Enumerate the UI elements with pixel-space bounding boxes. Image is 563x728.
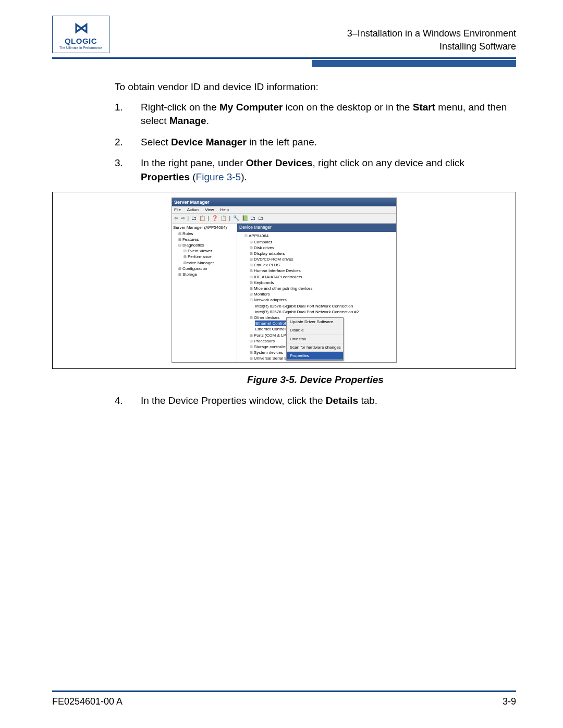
- page-header: ⋈ QLOGIC The Ultimate in Performance 3–I…: [52, 16, 516, 59]
- menu-bar: File Action View Help: [172, 206, 396, 214]
- page-footer: FE0254601-00 A 3-9: [52, 690, 516, 707]
- dev-ethernet-controller-selected[interactable]: Ethernet Controller: [255, 320, 291, 326]
- right-pane-title: Device Manager: [237, 224, 396, 232]
- dev-other-devices[interactable]: Other devices: [254, 315, 279, 320]
- dev-root[interactable]: APP54064: [249, 233, 268, 238]
- step-4: 4. In the Device Properties window, clic…: [115, 394, 516, 408]
- dev-node[interactable]: DVD/CD-ROM drives: [254, 257, 293, 262]
- step-number: 4.: [115, 394, 141, 408]
- logo-brand: QLOGIC: [65, 36, 97, 45]
- tree-storage[interactable]: Storage: [182, 272, 197, 277]
- dev-node[interactable]: Emulex PLUS: [254, 263, 280, 267]
- dev-network-adapters[interactable]: Network adapters: [254, 298, 287, 302]
- step-2: 2. Select Device Manager in the left pan…: [115, 135, 516, 150]
- menu-view[interactable]: View: [205, 207, 214, 212]
- window-title: Server Manager: [172, 198, 396, 207]
- brand-logo: ⋈ QLOGIC The Ultimate in Performance: [52, 16, 109, 53]
- dev-node[interactable]: Display adapters: [254, 251, 285, 256]
- page-content: To obtain vendor ID and device ID inform…: [52, 80, 516, 408]
- tree-performance[interactable]: Performance: [188, 254, 212, 259]
- dev-node[interactable]: Storage controllers: [254, 344, 289, 349]
- menu-help[interactable]: Help: [221, 207, 229, 212]
- step-text: Right-click on the My Computer icon on t…: [141, 101, 516, 128]
- dev-node[interactable]: Keyboards: [254, 280, 274, 285]
- dev-node[interactable]: System devices: [254, 350, 283, 355]
- ctx-update-driver[interactable]: Update Driver Software...: [287, 318, 343, 326]
- footer-pagenum: 3-9: [503, 696, 516, 707]
- dev-netadapter[interactable]: Intel(R) 82576 Gigabit Dual Port Network…: [239, 309, 394, 315]
- figure-3-5: Server Manager File Action View Help ⇦ ⇨…: [52, 192, 516, 369]
- right-pane: Device Manager ⊟ APP54064 ⊞ Computer ⊞ D…: [237, 224, 396, 362]
- step-1: 1. Right-click on the My Computer icon o…: [115, 101, 516, 128]
- step-3: 3. In the right pane, under Other Device…: [115, 156, 516, 184]
- figure-caption: Figure 3-5. Device Properties: [115, 373, 516, 387]
- step-number: 2.: [115, 135, 141, 150]
- step-text: Select Device Manager in the left pane.: [141, 135, 516, 150]
- intro-text: To obtain vendor ID and device ID inform…: [115, 80, 516, 94]
- tree-diagnostics[interactable]: Diagnostics: [182, 243, 204, 248]
- dev-node[interactable]: Processors: [254, 339, 275, 343]
- tree-device-manager[interactable]: Device Manager: [173, 260, 236, 266]
- tree-root[interactable]: Server Manager (APP54064): [173, 225, 236, 230]
- tree-configuration[interactable]: Configuration: [182, 266, 207, 271]
- step-number: 3.: [115, 156, 141, 184]
- ctx-disable[interactable]: Disable: [287, 326, 343, 335]
- steps-list-continued: 4. In the Device Properties window, clic…: [115, 394, 516, 408]
- context-menu: Update Driver Software... Disable Uninst…: [286, 317, 344, 361]
- logo-tagline: The Ultimate in Performance: [59, 46, 103, 50]
- dev-node[interactable]: Mice and other pointing devices: [254, 286, 313, 291]
- dev-netadapter[interactable]: Intel(R) 82576 Gigabit Dual Port Network…: [239, 303, 394, 309]
- header-line2: Installing Software: [347, 40, 516, 53]
- logo-icon: ⋈: [74, 19, 88, 36]
- dev-node[interactable]: Disk drives: [254, 245, 274, 250]
- dev-node[interactable]: Computer: [254, 240, 272, 244]
- dev-node[interactable]: Human Interface Devices: [254, 268, 301, 273]
- tree-event-viewer[interactable]: Event Viewer: [188, 249, 212, 253]
- menu-file[interactable]: File: [174, 207, 181, 212]
- step-number: 1.: [115, 101, 141, 128]
- server-manager-window: Server Manager File Action View Help ⇦ ⇨…: [172, 198, 397, 363]
- steps-list: 1. Right-click on the My Computer icon o…: [115, 101, 516, 184]
- step-text: In the Device Properties window, click t…: [141, 394, 516, 408]
- header-accent-bar: [312, 60, 516, 67]
- header-line1: 3–Installation in a Windows Environment: [347, 27, 516, 40]
- dev-node[interactable]: IDE ATA/ATAPI controllers: [254, 275, 302, 279]
- step-text: In the right pane, under Other Devices, …: [141, 156, 516, 184]
- footer-docnum: FE0254601-00 A: [52, 696, 123, 707]
- header-text: 3–Installation in a Windows Environment …: [347, 27, 516, 53]
- tree-roles[interactable]: Roles: [182, 231, 193, 236]
- left-tree: Server Manager (APP54064) ⊞ Roles ⊞ Feat…: [172, 224, 237, 362]
- menu-action[interactable]: Action: [187, 207, 199, 212]
- figure-link[interactable]: Figure 3-5: [196, 171, 241, 182]
- dev-node[interactable]: Monitors: [254, 292, 270, 297]
- ctx-scan[interactable]: Scan for hardware changes: [287, 343, 343, 352]
- dev-node[interactable]: Ports (COM & LPT): [254, 333, 290, 338]
- ctx-properties[interactable]: Properties: [287, 352, 343, 360]
- toolbar: ⇦ ⇨ | 🗂 📋 | ❓ 📋 | 🔧 📗 🗂 🗂: [172, 214, 396, 224]
- ctx-uninstall[interactable]: Uninstall: [287, 335, 343, 343]
- tree-features[interactable]: Features: [182, 237, 199, 242]
